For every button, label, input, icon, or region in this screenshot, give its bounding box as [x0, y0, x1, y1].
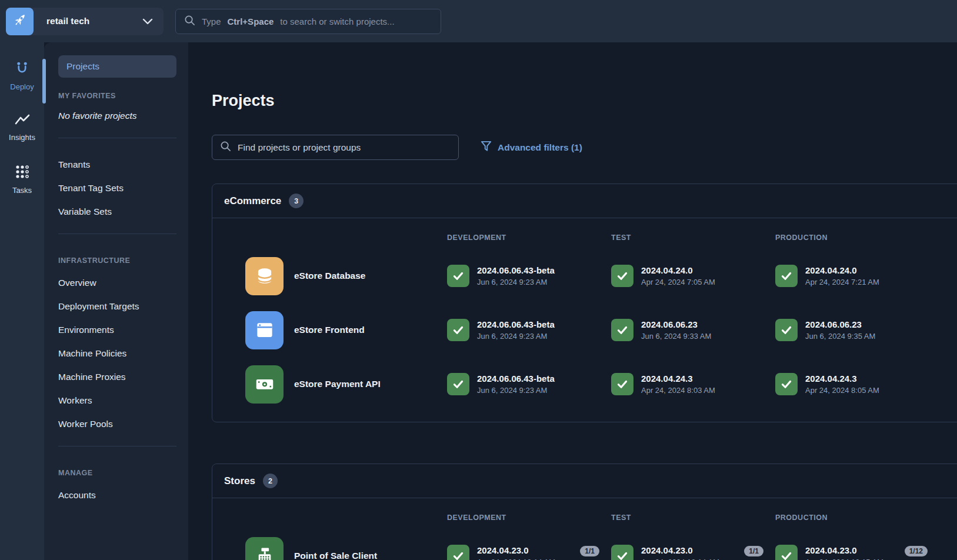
rail-item-label: Insights	[9, 133, 35, 142]
env-column-header: DEVELOPMENT	[447, 234, 611, 242]
deployment-info[interactable]: 2024.06.06.43-beta Jun 6, 2024 9:23 AM	[477, 374, 555, 395]
sidebar-item-accounts[interactable]: Accounts	[58, 490, 176, 501]
rail-item-tasks[interactable]: Tasks	[0, 159, 44, 199]
filter-funnel-icon	[480, 140, 492, 155]
global-search-placeholder-suffix: to search or switch projects...	[280, 16, 394, 26]
project-name[interactable]: eStore Payment API	[294, 379, 381, 389]
deployment-info[interactable]: 2024.04.24.0 Apr 24, 2024 7:05 AM	[641, 265, 715, 286]
deployment-cell: 2024.04.24.0 Apr 24, 2024 7:05 AM	[611, 265, 775, 287]
global-search-input[interactable]: Type Ctrl+Space to search or switch proj…	[175, 9, 441, 34]
deployment-success-icon[interactable]	[611, 545, 633, 560]
octopus-logo[interactable]	[6, 8, 34, 35]
browser-icon[interactable]	[245, 311, 284, 349]
filter-row: Find projects or project groups Advanced…	[212, 135, 957, 160]
deployment-success-icon[interactable]	[775, 265, 798, 287]
deployment-date: Apr 24, 2024 12:14 AM	[641, 558, 719, 560]
deployment-info[interactable]: 2024.06.06.23 Jun 6, 2024 9:35 AM	[805, 319, 875, 341]
deployment-success-icon[interactable]	[447, 373, 469, 395]
deploy-icon	[14, 60, 30, 78]
deployment-info[interactable]: 2024.04.24.3 Apr 24, 2024 8:05 AM	[805, 374, 879, 395]
deployment-success-icon[interactable]	[447, 319, 469, 341]
tenant-count-badge: 1/12	[905, 546, 928, 556]
sidebar-item-machine-policies[interactable]: Machine Policies	[58, 348, 176, 359]
global-search-placeholder-prefix: Type	[202, 16, 221, 26]
deployment-cell: 2024.06.06.23 Jun 6, 2024 9:35 AM	[775, 319, 939, 341]
project-row: eStore Database 2024.06.06.43-beta Jun 6…	[245, 256, 957, 296]
deployment-info[interactable]: 2024.04.23.0 Apr 24, 2024 12:14 AM	[477, 545, 555, 560]
sidebar-item-projects[interactable]: Projects	[58, 55, 176, 78]
nav-rail: Deploy Insights Tasks	[0, 42, 44, 560]
env-column-header: PRODUCTION	[775, 514, 939, 522]
deployment-success-icon[interactable]	[611, 373, 633, 395]
group-header: Stores 2	[212, 464, 957, 498]
project-name[interactable]: eStore Database	[294, 271, 365, 281]
deployment-date: Apr 24, 2024 12:15 AM	[805, 558, 883, 560]
sidebar-item-variable-sets[interactable]: Variable Sets	[58, 206, 176, 217]
app-body: Deploy Insights Tasks ProjectsMY FAVORIT…	[0, 42, 957, 560]
project-group-card-stores: Stores 2 DEVELOPMENTTESTPRODUCTION Point…	[212, 464, 957, 560]
deployment-info[interactable]: 2024.06.06.43-beta Jun 6, 2024 9:23 AM	[477, 319, 555, 341]
project-row: eStore Payment API 2024.06.06.43-beta Ju…	[245, 364, 957, 404]
sidebar-item-worker-pools[interactable]: Worker Pools	[58, 419, 176, 429]
deployment-success-icon[interactable]	[611, 319, 633, 341]
rail-item-deploy[interactable]: Deploy	[0, 55, 44, 96]
release-version: 2024.06.06.43-beta	[477, 374, 555, 384]
release-version: 2024.04.24.3	[641, 374, 715, 384]
page-title: Projects	[212, 92, 957, 110]
sidebar-section-infrastructure: INFRASTRUCTURE	[58, 256, 176, 265]
global-search-shortcut: Ctrl+Space	[228, 16, 274, 26]
tenant-count-badge: 1/1	[744, 546, 763, 556]
sidebar-item-machine-proxies[interactable]: Machine Proxies	[58, 372, 176, 382]
deployment-date: Jun 6, 2024 9:23 AM	[477, 278, 555, 286]
project-groups: eCommerce 3 DEVELOPMENTTESTPRODUCTION eS…	[212, 184, 957, 560]
project-name[interactable]: eStore Frontend	[294, 325, 365, 335]
active-rail-indicator	[42, 59, 46, 104]
banknote-icon[interactable]	[245, 365, 284, 404]
deployment-success-icon[interactable]	[447, 265, 469, 287]
sidebar-section-manage: MANAGE	[58, 469, 176, 477]
deployment-info[interactable]: 2024.04.24.3 Apr 24, 2024 8:03 AM	[641, 374, 715, 395]
chevron-down-icon	[142, 18, 153, 25]
database-icon[interactable]	[245, 257, 284, 295]
deployment-date: Jun 6, 2024 9:35 AM	[805, 332, 875, 341]
sidebar-divider	[58, 138, 176, 138]
project-cell: eStore Frontend	[245, 311, 447, 349]
sidebar-item-workers[interactable]: Workers	[58, 395, 176, 406]
deployment-cell: 2024.04.24.3 Apr 24, 2024 8:05 AM	[775, 373, 939, 395]
deployment-cell: 2024.04.23.0 Apr 24, 2024 12:15 AM 1/12	[775, 545, 939, 560]
sidebar-item-deployment-targets[interactable]: Deployment Targets	[58, 301, 176, 312]
env-header-row: DEVELOPMENTTESTPRODUCTION	[245, 514, 957, 522]
sidebar-item-tenant-tag-sets[interactable]: Tenant Tag Sets	[58, 183, 176, 194]
advanced-filters-button[interactable]: Advanced filters (1)	[480, 140, 582, 155]
project-name[interactable]: Point of Sale Client	[294, 551, 377, 560]
deployment-success-icon[interactable]	[775, 373, 798, 395]
project-row: Point of Sale Client 2024.04.23.0 Apr 24…	[245, 536, 957, 560]
deployment-cell: 2024.04.23.0 Apr 24, 2024 12:14 AM 1/1	[611, 545, 775, 560]
search-icon	[184, 15, 195, 28]
rail-item-insights[interactable]: Insights	[0, 109, 44, 146]
deployment-info[interactable]: 2024.06.06.23 Jun 6, 2024 9:33 AM	[641, 319, 711, 341]
cash-register-icon[interactable]	[245, 537, 284, 560]
deployment-success-icon[interactable]	[611, 265, 633, 287]
project-group-card-ecommerce: eCommerce 3 DEVELOPMENTTESTPRODUCTION eS…	[212, 184, 957, 422]
deployment-date: Apr 24, 2024 8:03 AM	[641, 386, 715, 395]
group-count-badge: 2	[263, 474, 278, 488]
sidebar-item-environments[interactable]: Environments	[58, 325, 176, 335]
deployment-success-icon[interactable]	[775, 319, 798, 341]
space-switcher[interactable]: retail tech	[6, 8, 164, 35]
deployment-success-icon[interactable]	[447, 545, 469, 560]
deployment-info[interactable]: 2024.04.23.0 Apr 24, 2024 12:14 AM	[641, 545, 719, 560]
deployment-cell: 2024.04.24.3 Apr 24, 2024 8:03 AM	[611, 373, 775, 395]
deployment-cell: 2024.06.06.43-beta Jun 6, 2024 9:23 AM	[447, 319, 611, 341]
find-projects-input[interactable]: Find projects or project groups	[212, 135, 459, 160]
search-icon	[220, 141, 231, 154]
deployment-info[interactable]: 2024.04.23.0 Apr 24, 2024 12:15 AM	[805, 545, 883, 560]
deployment-info[interactable]: 2024.04.24.0 Apr 24, 2024 7:21 AM	[805, 265, 879, 286]
project-cell: eStore Database	[245, 257, 447, 295]
sidebar-item-tenants[interactable]: Tenants	[58, 159, 176, 170]
release-version: 2024.04.23.0	[641, 545, 719, 555]
deployment-info[interactable]: 2024.06.06.43-beta Jun 6, 2024 9:23 AM	[477, 265, 555, 286]
release-version: 2024.04.24.3	[805, 374, 879, 384]
deployment-success-icon[interactable]	[775, 545, 798, 560]
sidebar-item-overview[interactable]: Overview	[58, 278, 176, 288]
